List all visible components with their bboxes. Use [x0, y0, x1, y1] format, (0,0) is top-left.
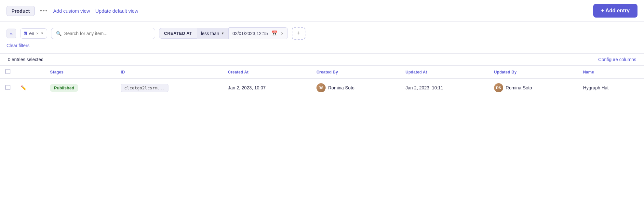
row-created-at-cell: Jan 2, 2023, 10:07 — [223, 79, 311, 97]
lang-remove-btn[interactable]: × — [36, 31, 38, 36]
row-edit-cell: ✏️ — [16, 79, 45, 97]
col-id[interactable]: ID — [115, 66, 223, 79]
row-checkbox[interactable] — [5, 85, 10, 90]
language-selector[interactable]: 𝕬 en × ▼ — [20, 28, 47, 39]
col-updated-by[interactable]: Updated By — [489, 66, 578, 79]
table-header-row: Stages ID Created At Created By Updated … — [0, 66, 644, 79]
edit-icon[interactable]: ✏️ — [21, 85, 26, 90]
filter-remove-btn[interactable]: × — [281, 31, 284, 36]
top-bar: Product ••• Add custom view Update defau… — [0, 0, 644, 22]
avatar: RS — [494, 83, 503, 92]
collapse-sidebar-btn[interactable]: « — [7, 29, 16, 38]
search-box: 🔍 — [51, 28, 155, 39]
row-checkbox-cell — [0, 79, 16, 97]
filter-operator-label: less than — [201, 31, 219, 36]
row-created-by-cell: RS Romina Soto — [311, 79, 400, 97]
add-entry-button[interactable]: + Add entry — [593, 4, 637, 18]
updated-by-name: Romina Soto — [506, 85, 532, 90]
col-created-at[interactable]: Created At — [223, 66, 311, 79]
clear-filters-row: Clear filters — [0, 40, 644, 53]
chevron-down-icon: ▼ — [40, 32, 44, 35]
calendar-icon[interactable]: 📅 — [271, 30, 278, 36]
filter-date-value: 02/01/2023,12:15 — [233, 31, 268, 36]
translate-icon: 𝕬 — [24, 31, 27, 36]
filter-field-label: CREATED AT — [159, 28, 196, 39]
filter-bar: « 𝕬 en × ▼ 🔍 CREATED AT less than ▼ 02/0… — [0, 22, 644, 40]
row-name-cell: Hygraph Hat — [578, 79, 644, 97]
select-all-checkbox[interactable] — [5, 69, 10, 74]
col-updated-at[interactable]: Updated At — [400, 66, 489, 79]
col-stages[interactable]: Stages — [45, 66, 115, 79]
more-options-btn[interactable]: ••• — [40, 7, 48, 14]
row-id-cell: clcetgo2lcsrm... — [115, 79, 223, 97]
add-filter-btn[interactable]: + — [292, 27, 306, 40]
clear-filters-btn[interactable]: Clear filters — [7, 43, 30, 48]
select-all-header — [0, 66, 16, 79]
language-code: en — [29, 31, 34, 36]
row-id: clcetgo2lcsrm... — [121, 84, 168, 92]
filter-operator-btn[interactable]: less than ▼ — [197, 28, 229, 39]
update-default-view-btn[interactable]: Update default view — [95, 8, 138, 14]
add-custom-view-btn[interactable]: Add custom view — [53, 8, 90, 14]
table-header-bar: 0 entries selected Configure columns — [0, 53, 644, 66]
product-badge: Product — [7, 6, 35, 16]
col-edit — [16, 66, 45, 79]
stage-badge: Published — [50, 84, 78, 92]
table-row: ✏️ Published clcetgo2lcsrm... Jan 2, 202… — [0, 79, 644, 97]
filter-value-container: 02/01/2023,12:15 📅 × — [229, 27, 288, 39]
chevron-down-icon: ▼ — [221, 32, 224, 35]
col-created-by[interactable]: Created By — [311, 66, 400, 79]
col-name[interactable]: Name — [578, 66, 644, 79]
row-updated-at-cell: Jan 2, 2023, 10:11 — [400, 79, 489, 97]
created-by-name: Romina Soto — [328, 85, 355, 90]
row-updated-by-cell: RS Romina Soto — [489, 79, 578, 97]
data-table: Stages ID Created At Created By Updated … — [0, 66, 644, 97]
row-stage-cell: Published — [45, 79, 115, 97]
search-input[interactable] — [64, 31, 150, 36]
search-icon: 🔍 — [56, 31, 61, 36]
entries-selected-count: 0 entries selected — [8, 57, 44, 62]
configure-columns-btn[interactable]: Configure columns — [598, 57, 636, 62]
filter-chips: CREATED AT less than ▼ 02/01/2023,12:15 … — [159, 27, 288, 39]
avatar: RS — [316, 83, 326, 92]
